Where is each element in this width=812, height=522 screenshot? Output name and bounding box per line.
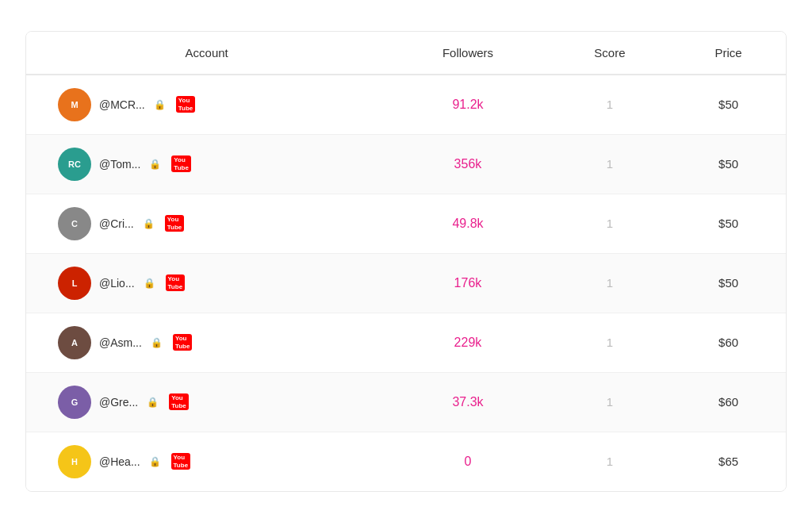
price-value: $50 (718, 157, 738, 171)
account-name: @Hea... (99, 455, 140, 468)
followers-value: 49.8k (452, 217, 483, 230)
lock-icon: 🔒 (144, 278, 155, 289)
followers-cell: 176k (387, 253, 548, 313)
youtube-badge: YouTube (169, 393, 189, 410)
table-header-row: Account Followers Score Price (26, 32, 786, 75)
score-value: 1 (607, 157, 613, 171)
account-cell: A@Asm...🔒YouTube (26, 313, 387, 372)
lock-icon: 🔒 (151, 337, 163, 348)
price-value: $50 (718, 98, 738, 111)
table-row[interactable]: M@MCR...🔒YouTube91.2k1$50 (26, 75, 786, 135)
score-cell: 1 (549, 313, 672, 372)
followers-cell: 91.2k (387, 75, 548, 135)
youtube-badge: YouTube (171, 453, 191, 470)
lock-icon: 🔒 (143, 218, 155, 229)
table-row[interactable]: A@Asm...🔒YouTube229k1$60 (26, 313, 786, 372)
youtube-badge: YouTube (171, 155, 191, 172)
followers-value: 176k (454, 276, 482, 290)
score-value: 1 (607, 98, 613, 111)
header-followers: Followers (387, 32, 548, 75)
account-name: @Gre... (99, 396, 138, 409)
price-cell: $50 (671, 253, 786, 313)
score-value: 1 (607, 336, 613, 349)
price-value: $50 (718, 217, 738, 230)
score-cell: 1 (549, 372, 672, 432)
account-name: @Cri... (99, 217, 134, 230)
account-cell: L@Lio...🔒YouTube (26, 253, 387, 313)
price-value: $65 (718, 455, 738, 468)
followers-value: 0 (465, 455, 472, 468)
score-cell: 1 (549, 75, 672, 135)
followers-cell: 37.3k (387, 372, 548, 432)
header-score: Score (549, 32, 672, 75)
score-value: 1 (607, 217, 613, 230)
score-value: 1 (607, 455, 613, 468)
avatar: G (58, 386, 91, 419)
account-cell: G@Gre...🔒YouTube (26, 372, 387, 432)
accounts-table: Account Followers Score Price M@MCR...🔒Y… (25, 31, 787, 492)
score-cell: 1 (549, 194, 672, 253)
price-value: $50 (718, 276, 738, 290)
followers-cell: 49.8k (387, 194, 548, 253)
price-cell: $60 (671, 372, 786, 432)
lock-icon: 🔒 (149, 159, 161, 170)
avatar: A (58, 326, 91, 359)
account-cell: C@Cri...🔒YouTube (26, 194, 387, 253)
followers-cell: 0 (387, 432, 548, 491)
score-cell: 1 (549, 253, 672, 313)
price-cell: $50 (671, 194, 786, 253)
avatar: L (58, 267, 91, 300)
account-cell: M@MCR...🔒YouTube (26, 75, 387, 135)
table-row[interactable]: L@Lio...🔒YouTube176k1$50 (26, 253, 786, 313)
youtube-badge: YouTube (176, 96, 196, 113)
followers-value: 91.2k (452, 98, 483, 111)
account-name: @Asm... (99, 336, 142, 349)
account-name: @MCR... (99, 98, 145, 111)
score-value: 1 (607, 395, 613, 409)
followers-cell: 229k (387, 313, 548, 372)
header-account: Account (26, 32, 387, 75)
header-price: Price (671, 32, 786, 75)
youtube-badge: YouTube (166, 274, 186, 291)
avatar: RC (58, 148, 91, 181)
followers-cell: 356k (387, 134, 548, 194)
table-row[interactable]: H@Hea...🔒YouTube01$65 (26, 432, 786, 491)
price-cell: $65 (671, 432, 786, 491)
account-cell: RC@Tom...🔒YouTube (26, 134, 387, 194)
avatar: H (58, 445, 91, 478)
price-value: $60 (718, 395, 738, 409)
table-row[interactable]: RC@Tom...🔒YouTube356k1$50 (26, 134, 786, 194)
youtube-badge: YouTube (165, 215, 185, 232)
account-name: @Lio... (99, 277, 135, 290)
price-cell: $60 (671, 313, 786, 372)
account-name: @Tom... (99, 158, 140, 171)
lock-icon: 🔒 (154, 99, 166, 110)
table-row[interactable]: G@Gre...🔒YouTube37.3k1$60 (26, 372, 786, 432)
lock-icon: 🔒 (147, 397, 159, 408)
lock-icon: 🔒 (149, 456, 161, 467)
avatar: C (58, 207, 91, 240)
followers-value: 229k (454, 336, 482, 349)
price-cell: $50 (671, 134, 786, 194)
score-value: 1 (607, 276, 613, 290)
youtube-badge: YouTube (173, 334, 193, 351)
followers-value: 356k (454, 157, 482, 171)
price-cell: $50 (671, 75, 786, 135)
price-value: $60 (718, 336, 738, 349)
followers-value: 37.3k (452, 395, 483, 409)
score-cell: 1 (549, 432, 672, 491)
avatar: M (58, 88, 91, 121)
score-cell: 1 (549, 134, 672, 194)
account-cell: H@Hea...🔒YouTube (26, 432, 387, 491)
table-row[interactable]: C@Cri...🔒YouTube49.8k1$50 (26, 194, 786, 253)
